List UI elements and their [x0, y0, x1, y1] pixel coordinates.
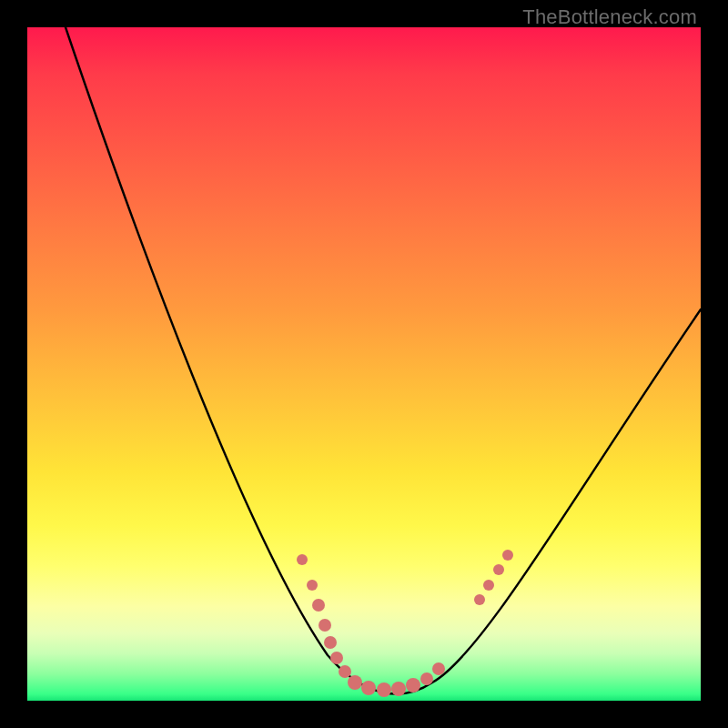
data-marker: [297, 554, 308, 565]
curve-group: [66, 27, 701, 693]
markers-group: [297, 550, 513, 697]
data-marker: [330, 652, 343, 664]
chart-svg: [27, 27, 701, 701]
data-marker: [348, 675, 362, 690]
data-marker: [361, 681, 376, 695]
data-marker: [406, 678, 420, 693]
data-marker: [502, 550, 513, 561]
data-marker: [420, 672, 433, 685]
curve-line: [66, 27, 701, 693]
data-marker: [474, 594, 485, 605]
watermark-text: TheBottleneck.com: [522, 5, 697, 29]
data-marker: [312, 599, 325, 612]
data-marker: [391, 682, 406, 696]
data-marker: [483, 580, 494, 591]
plot-area: [27, 27, 701, 701]
data-marker: [493, 564, 504, 575]
data-marker: [324, 636, 337, 649]
data-marker: [318, 619, 331, 632]
data-marker: [432, 662, 445, 675]
data-marker: [307, 580, 318, 591]
data-marker: [339, 665, 351, 678]
data-marker: [377, 682, 391, 697]
chart-frame: TheBottleneck.com: [0, 0, 728, 728]
